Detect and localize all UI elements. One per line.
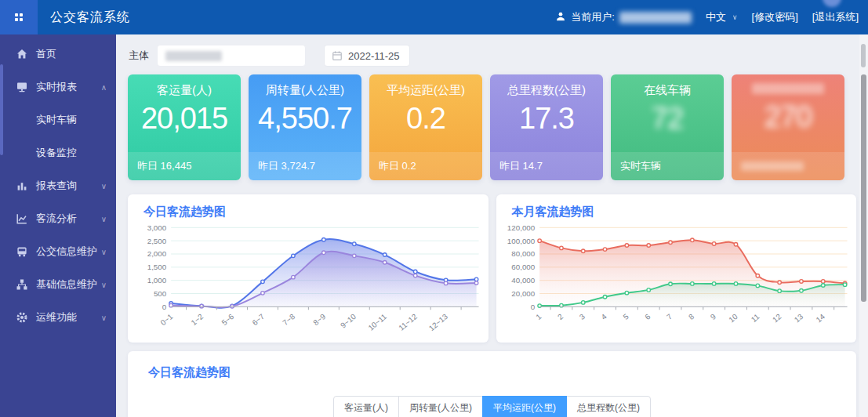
stat-card-footer: 昨日 0.2 <box>369 152 482 180</box>
stat-card-footer: 昨日 16,445 <box>128 152 241 180</box>
stat-card-value: 4,550.7 <box>249 102 361 136</box>
bottom-trend-title: 今日客流趋势图 <box>140 365 844 380</box>
menu-toggle-button[interactable] <box>0 0 38 34</box>
svg-text:2,500: 2,500 <box>147 237 167 245</box>
svg-text:14: 14 <box>814 312 826 325</box>
svg-text:8: 8 <box>686 312 695 321</box>
svg-text:100,000: 100,000 <box>507 237 535 245</box>
sidebar: 首页实时报表∧实时车辆设备监控报表查询∨客流分析∨公交信息维护∨基础信息维护∨运… <box>0 34 116 417</box>
svg-text:0: 0 <box>530 303 535 311</box>
sidebar-item-label: 基础信息维护 <box>36 277 97 292</box>
scrollbar-thumb[interactable] <box>861 74 866 302</box>
month-trend-panel: 本月客流趋势图 020,00040,00060,00080,000100,000… <box>496 194 857 343</box>
chevron-down-icon: ∨ <box>732 13 738 21</box>
stat-card-title <box>732 83 844 96</box>
sidebar-item-label: 运维功能 <box>36 310 77 325</box>
svg-text:9~10: 9~10 <box>339 312 358 330</box>
stat-card-4: 在线车辆72实时车辆 <box>611 74 724 180</box>
svg-text:500: 500 <box>154 289 167 298</box>
svg-text:1~2: 1~2 <box>189 312 205 327</box>
metric-tab-1[interactable]: 周转量(人公里) <box>398 396 483 417</box>
grid-menu-icon <box>15 13 23 21</box>
sidebar-item-6[interactable]: 运维功能∨ <box>0 301 116 334</box>
stat-card-title: 在线车辆 <box>611 83 724 98</box>
sidebar-item-4[interactable]: 公交信息维护∨ <box>0 235 116 268</box>
stat-card-title: 客运量(人) <box>128 83 241 98</box>
svg-text:1,000: 1,000 <box>147 276 167 285</box>
svg-text:40,000: 40,000 <box>511 276 536 285</box>
date-value: 2022-11-25 <box>348 50 400 62</box>
svg-text:10: 10 <box>727 312 739 325</box>
scrollbar-thumb-small[interactable] <box>861 44 866 67</box>
monitor-icon <box>16 81 28 93</box>
stat-card-3: 总里程数(公里)17.3昨日 14.7 <box>490 74 603 180</box>
chevron-down-icon: ∨ <box>101 182 107 190</box>
svg-text:4: 4 <box>599 312 608 321</box>
svg-text:5: 5 <box>621 312 630 321</box>
logout-link[interactable]: [退出系统] <box>812 10 859 24</box>
svg-text:5~6: 5~6 <box>220 312 235 327</box>
svg-text:0~1: 0~1 <box>159 312 175 327</box>
sidebar-subitem-1-1[interactable]: 设备监控 <box>0 136 116 169</box>
stat-card-value: 270 <box>732 100 844 134</box>
metric-tab-0[interactable]: 客运量(人) <box>333 396 399 417</box>
change-password-link[interactable]: [修改密码] <box>752 10 798 24</box>
month-trend-title: 本月客流趋势图 <box>504 205 849 219</box>
sidebar-item-0[interactable]: 首页 <box>0 38 116 71</box>
stat-card-value: 20,015 <box>128 102 241 136</box>
sidebar-item-label: 公交信息维护 <box>36 245 97 259</box>
subject-value-redacted <box>165 51 222 61</box>
sidebar-item-label: 客流分析 <box>36 212 77 226</box>
sidebar-subitem-1-0[interactable]: 实时车辆 <box>0 103 116 136</box>
stat-card-0: 客运量(人)20,015昨日 16,445 <box>128 74 241 180</box>
stat-card-footer <box>732 152 844 180</box>
svg-text:7: 7 <box>665 312 674 321</box>
top-header: 公交客流系统 当前用户: 中文∨ [修改密码] [退出系统] <box>0 0 868 34</box>
sidebar-scrollbar-thumb[interactable] <box>0 64 3 155</box>
current-user-value-redacted <box>619 12 692 24</box>
subject-input[interactable] <box>157 45 306 67</box>
language-switcher[interactable]: 中文∨ <box>706 10 738 24</box>
sidebar-item-2[interactable]: 报表查询∨ <box>0 169 116 202</box>
svg-text:3,000: 3,000 <box>147 223 167 232</box>
chevron-down-icon: ∨ <box>101 281 107 289</box>
svg-text:13: 13 <box>792 312 804 325</box>
chevron-up-icon: ∧ <box>101 83 107 92</box>
month-trend-chart[interactable]: 020,00040,00060,00080,000100,000120,0001… <box>504 221 849 340</box>
chevron-down-icon: ∨ <box>101 248 107 256</box>
svg-text:6~7: 6~7 <box>250 312 266 327</box>
stat-card-footer: 昨日 3,724.7 <box>249 152 361 180</box>
svg-text:7~8: 7~8 <box>281 312 296 327</box>
svg-text:11~12: 11~12 <box>397 312 419 332</box>
sidebar-item-3[interactable]: 客流分析∨ <box>0 202 116 235</box>
app-title: 公交客流系统 <box>50 0 130 34</box>
stat-card-footer: 昨日 14.7 <box>490 152 603 180</box>
svg-text:11: 11 <box>749 312 761 324</box>
today-trend-chart[interactable]: 05001,0001,5002,0002,5003,0000~11~25~66~… <box>136 221 481 340</box>
bottom-trend-panel: 今日客流趋势图 客运量(人)周转量(人公里)平均运距(公里)总里程数(公里) <box>128 351 856 417</box>
stat-card-value: 17.3 <box>490 102 603 136</box>
current-user-label: 当前用户: <box>571 10 615 24</box>
svg-text:2: 2 <box>555 312 564 321</box>
svg-text:2,000: 2,000 <box>147 249 167 258</box>
sidebar-item-1[interactable]: 实时报表∧ <box>0 71 116 103</box>
page-scrollbar[interactable] <box>859 34 868 417</box>
metric-tab-2[interactable]: 平均运距(公里) <box>482 396 567 417</box>
chevron-down-icon: ∨ <box>101 314 107 322</box>
date-picker[interactable]: 2022-11-25 <box>324 45 410 67</box>
sidebar-item-5[interactable]: 基础信息维护∨ <box>0 268 116 301</box>
today-trend-panel: 今日客流趋势图 05001,0001,5002,0002,5003,0000~1… <box>128 194 488 343</box>
line-chart-icon <box>16 212 28 225</box>
sidebar-item-label: 实时报表 <box>36 80 77 94</box>
language-label: 中文 <box>706 10 726 24</box>
stat-card-1: 周转量(人公里)4,550.7昨日 3,724.7 <box>249 74 361 180</box>
current-user: 当前用户: <box>555 10 692 24</box>
svg-text:12: 12 <box>770 312 782 324</box>
stat-card-5: 270 <box>732 74 844 180</box>
metric-tab-3[interactable]: 总里程数(公里) <box>566 396 651 417</box>
home-icon <box>16 48 28 60</box>
svg-text:10~11: 10~11 <box>366 312 388 332</box>
svg-text:1,500: 1,500 <box>147 263 167 271</box>
bar-chart-icon <box>16 179 28 192</box>
sidebar-item-label: 报表查询 <box>36 179 77 193</box>
